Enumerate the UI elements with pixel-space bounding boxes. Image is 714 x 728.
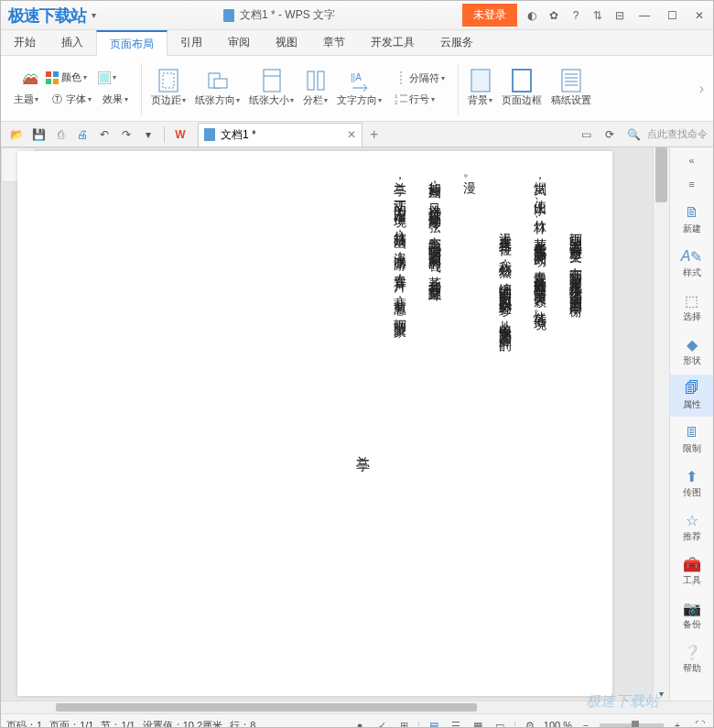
prop-icon: 🗐 [684, 380, 700, 397]
status-line[interactable]: 行：8 [230, 719, 255, 729]
side-style[interactable]: A✎样式 [670, 243, 713, 285]
updown-icon[interactable]: ⇅ [587, 5, 609, 27]
status-page[interactable]: 页面：1/1 [49, 719, 93, 729]
side-prop[interactable]: 🗐属性 [670, 375, 713, 417]
sync-icon[interactable]: ◐ [521, 5, 543, 27]
view-spell-icon[interactable]: ✓ [373, 718, 390, 728]
line-number-menu[interactable]: 12行号▾ [391, 91, 449, 108]
vscroll-thumb[interactable] [655, 147, 667, 202]
zoom-settings-icon[interactable]: ⚙ [522, 718, 538, 728]
tab-page-layout[interactable]: 页面布局 [96, 30, 168, 56]
zoom-label[interactable]: 100 % [544, 720, 572, 728]
side-help[interactable]: ❔帮助 [670, 638, 713, 680]
view-record-icon[interactable]: ● [352, 718, 368, 728]
side-limit[interactable]: 🗏限制 [670, 418, 713, 461]
close-button[interactable]: ✕ [686, 1, 713, 30]
margin-button[interactable]: 页边距▾ [147, 68, 189, 109]
color-swatch[interactable]: ▾ [94, 70, 120, 86]
zoom-slider[interactable] [600, 723, 664, 727]
tab-developer[interactable]: 开发工具 [358, 30, 427, 55]
background-button[interactable]: 背景▾ [464, 68, 496, 109]
paper-size-button[interactable]: 纸张大小▾ [245, 68, 298, 109]
login-button[interactable]: 未登录 [462, 4, 517, 27]
separator-menu[interactable]: 分隔符▾ [391, 70, 449, 87]
help-icon[interactable]: ? [565, 5, 587, 27]
tab-start[interactable]: 开始 [1, 30, 49, 55]
paper-settings-button[interactable]: 稿纸设置 [547, 68, 595, 109]
redo-button[interactable]: ↷ [116, 125, 136, 145]
skin-icon[interactable]: ✿ [543, 5, 565, 27]
view-insert-icon[interactable]: ⊞ [395, 718, 412, 728]
undo-button[interactable]: ↶ [94, 125, 114, 145]
quick-access-row: 📂 💾 ⎙ 🖨 ↶ ↷ ▾ W 文档1 * ✕ + ▭ ⟳ 🔍 点此查找命令 [1, 122, 713, 147]
view-outline-icon[interactable]: ☰ [448, 718, 464, 728]
side-collapse-icon[interactable]: « [683, 151, 701, 169]
side-select[interactable]: ⬚选择 [670, 287, 713, 329]
fullscreen-icon[interactable]: ⛶ [691, 718, 708, 728]
view-toggle-icon[interactable]: ▭ [576, 125, 596, 145]
save-button[interactable]: 💾 [28, 125, 49, 145]
maximize-button[interactable]: ☐ [658, 1, 686, 30]
effects-menu[interactable]: 效果▾ [99, 91, 132, 108]
doc-tab-close-button[interactable]: ✕ [347, 128, 356, 141]
text-line-6: 兰亭，江南的一方山水佳境，竹林清幽，溪水潺潺，青翠片片，蓊蓊葱葱，烟雨蒙蒙 [389, 169, 409, 678]
new-tab-button[interactable]: + [370, 126, 378, 143]
document-tab[interactable]: 文档1 * ✕ [198, 123, 362, 147]
side-new[interactable]: 🗎新建 [670, 199, 713, 241]
vertical-scrollbar[interactable]: ▾ [653, 147, 669, 701]
svg-rect-2 [46, 79, 51, 84]
colors-menu[interactable]: 颜色▾ [41, 69, 91, 87]
view-web-icon[interactable]: ▦ [470, 718, 486, 728]
pin-icon[interactable]: ⊟ [609, 5, 631, 27]
horizontal-scrollbar[interactable] [1, 701, 713, 713]
orientation-button[interactable]: 纸张方向▾ [191, 68, 243, 109]
side-upload[interactable]: ⬆传图 [670, 462, 713, 505]
open-button[interactable]: 📂 [6, 125, 27, 145]
qat-dropdown[interactable]: ▾ [138, 125, 158, 145]
ribbon-expand-icon[interactable]: › [696, 77, 708, 101]
tab-view[interactable]: 视图 [263, 30, 310, 55]
search-icon[interactable]: 🔍 [623, 125, 644, 145]
status-page-num[interactable]: 页码：1 [6, 719, 42, 729]
tab-review[interactable]: 审阅 [215, 30, 263, 55]
page-border-button[interactable]: 页面边框 [498, 68, 546, 109]
text-direction-button[interactable]: ||A 文字方向▾ [333, 68, 385, 109]
hscroll-thumb[interactable] [56, 703, 477, 712]
side-tools[interactable]: 🧰工具 [670, 550, 713, 592]
vscroll-down-icon[interactable]: ▾ [654, 686, 669, 701]
tab-insert[interactable]: 插入 [49, 30, 96, 55]
doc-tab-label: 文档1 * [221, 127, 256, 143]
page[interactable]: 烟雨中的兰亭诗意而空灵，在细雨蒙蒙中我真正体味了纯净清幽的兰亭雨榭， 烟岚，使山… [17, 151, 612, 696]
side-shape[interactable]: ◆形状 [670, 331, 713, 373]
status-section[interactable]: 节：1/1 [101, 719, 135, 729]
text-line-4: 漫。 [459, 169, 479, 678]
status-position[interactable]: 设置值：10.2厘米 [143, 719, 222, 729]
backup-icon: 📷 [684, 600, 700, 616]
side-backup[interactable]: 📷备份 [670, 594, 713, 636]
side-recommend[interactable]: ☆推荐 [670, 506, 713, 549]
minimize-button[interactable]: — [631, 1, 658, 30]
print-preview-button[interactable]: ⎙ [50, 125, 70, 145]
svg-text:||A: ||A [351, 72, 362, 82]
search-hint[interactable]: 点此查找命令 [647, 127, 708, 141]
text-title: 兰亭 [352, 444, 374, 678]
view-read-icon[interactable]: ▭ [492, 718, 508, 728]
wps-home-button[interactable]: W [170, 125, 190, 145]
zoom-out-button[interactable]: − [578, 718, 594, 728]
columns-button[interactable]: 分栏▾ [299, 68, 331, 109]
view-print-layout-icon[interactable]: ▤ [426, 718, 442, 728]
tab-references[interactable]: 引用 [168, 30, 215, 55]
svg-rect-20 [471, 70, 490, 92]
side-menu-icon[interactable]: ≡ [683, 175, 701, 193]
print-button[interactable]: 🖨 [72, 125, 92, 145]
theme-button[interactable]: 主题▾ [10, 91, 42, 108]
svg-rect-5 [100, 73, 109, 82]
svg-rect-21 [513, 70, 531, 92]
tab-cloud[interactable]: 云服务 [427, 30, 486, 55]
svg-rect-0 [46, 71, 51, 77]
zoom-in-button[interactable]: + [669, 718, 686, 728]
tab-chapter[interactable]: 章节 [310, 30, 358, 55]
fonts-menu[interactable]: Ⓣ字体▾ [46, 91, 95, 109]
sync-status-icon[interactable]: ⟳ [600, 125, 620, 145]
document-canvas[interactable]: 烟雨中的兰亭诗意而空灵，在细雨蒙蒙中我真正体味了纯净清幽的兰亭雨榭， 烟岚，使山… [1, 147, 653, 701]
